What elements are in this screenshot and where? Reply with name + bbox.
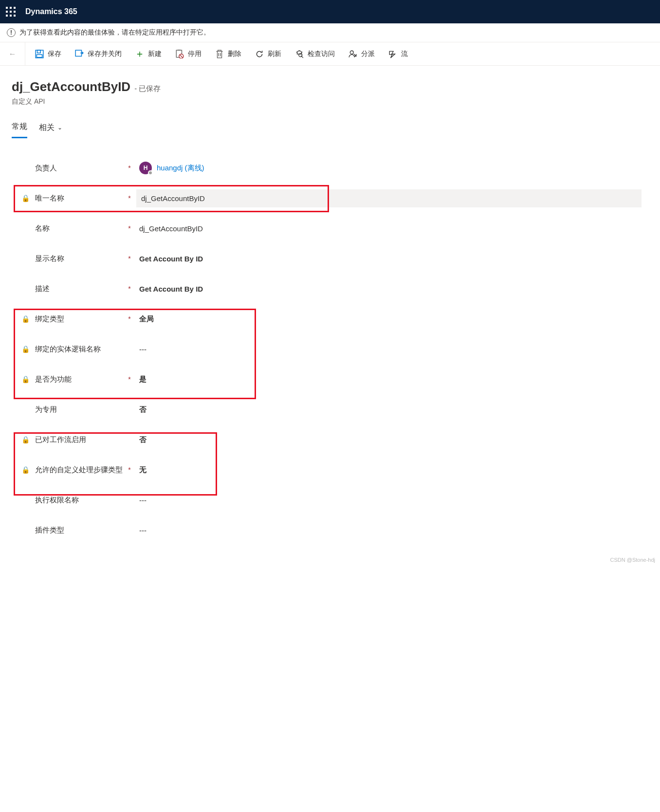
flow-button[interactable]: 流	[388, 50, 408, 58]
field-value[interactable]: ---	[136, 496, 642, 504]
tab-general[interactable]: 常规	[12, 122, 27, 138]
field-label: 描述	[35, 284, 123, 294]
new-button[interactable]: ＋ 新建	[135, 50, 162, 58]
field-owner: 负责人 * H huangdj (离线)	[12, 153, 648, 183]
save-close-icon	[75, 50, 84, 58]
field-label: 绑定的实体逻辑名称	[35, 345, 123, 354]
field-value[interactable]: dj_GetAccountByID	[136, 224, 642, 233]
lock-icon: 🔒	[18, 345, 32, 353]
info-icon: !	[7, 28, 16, 37]
field-label: 允许的自定义处理步骤类型	[35, 465, 123, 475]
presence-icon	[148, 170, 153, 175]
save-status: - 已保存	[134, 84, 161, 93]
app-name: Dynamics 365	[25, 7, 77, 16]
field-value[interactable]: ---	[136, 526, 642, 535]
field-binding-type: 🔒 绑定类型 * 全局	[12, 304, 648, 334]
field-plugin-type: 插件类型 ---	[12, 515, 648, 545]
avatar: H	[139, 162, 152, 174]
field-value: 是	[136, 375, 642, 384]
notice-text: 为了获得查看此内容的最佳体验，请在特定应用程序中打开它。	[19, 28, 210, 37]
field-label: 唯一名称	[35, 194, 123, 203]
page-header: dj_GetAccountByID - 已保存 自定义 API	[0, 66, 660, 110]
field-value[interactable]: H huangdj (离线)	[136, 162, 642, 174]
plus-icon: ＋	[135, 50, 144, 58]
form-body: 负责人 * H huangdj (离线) 🔒 唯一名称 * dj_GetAcco…	[0, 138, 660, 565]
field-value: dj_GetAccountByID	[136, 189, 642, 207]
field-description: 描述 * Get Account By ID	[12, 274, 648, 304]
field-value: 否	[136, 435, 642, 444]
field-value: ---	[136, 345, 642, 353]
field-label: 是否为功能	[35, 375, 123, 384]
field-is-function: 🔒 是否为功能 * 是	[12, 364, 648, 394]
field-label: 已对工作流启用	[35, 435, 123, 444]
field-workflow-enabled: 🔒 已对工作流启用 否	[12, 424, 648, 455]
field-value: 全局	[136, 314, 642, 324]
entity-type: 自定义 API	[12, 97, 648, 106]
field-label: 显示名称	[35, 254, 123, 263]
check-access-button[interactable]: 检查访问	[295, 50, 335, 58]
svg-point-7	[350, 51, 353, 54]
notice-bar: ! 为了获得查看此内容的最佳体验，请在特定应用程序中打开它。	[0, 23, 660, 42]
app-top-bar: Dynamics 365	[0, 0, 660, 23]
field-unique-name: 🔒 唯一名称 * dj_GetAccountByID	[12, 183, 648, 213]
lock-icon: 🔒	[18, 315, 32, 323]
field-value: 无	[136, 465, 642, 475]
field-label: 为专用	[35, 405, 123, 414]
lock-icon: 🔒	[18, 375, 32, 383]
field-label: 执行权限名称	[35, 496, 123, 505]
tab-list: 常规 相关 ⌄	[0, 110, 660, 138]
save-icon	[35, 50, 44, 58]
field-execute-privilege: 执行权限名称 ---	[12, 485, 648, 515]
field-is-private: 为专用 否	[12, 394, 648, 424]
save-button[interactable]: 保存	[35, 50, 61, 58]
save-close-button[interactable]: 保存并关闭	[75, 50, 122, 58]
deactivate-icon	[175, 50, 184, 58]
check-access-icon	[295, 50, 304, 58]
field-value[interactable]: 否	[136, 405, 642, 414]
deactivate-button[interactable]: 停用	[175, 50, 202, 58]
assign-button[interactable]: 分派	[348, 50, 375, 58]
field-name: 名称 * dj_GetAccountByID	[12, 213, 648, 243]
field-value[interactable]: Get Account By ID	[136, 255, 642, 263]
flow-icon	[388, 50, 397, 58]
lock-icon: 🔒	[18, 194, 32, 202]
owner-link[interactable]: huangdj (离线)	[157, 164, 204, 173]
command-bar: ← 保存 保存并关闭 ＋ 新建 停用 删除	[0, 42, 660, 66]
tab-related[interactable]: 相关 ⌄	[39, 122, 62, 138]
svg-rect-2	[37, 55, 42, 57]
delete-icon	[215, 50, 224, 58]
watermark: CSDN @Stone-hdj	[610, 557, 655, 563]
field-label: 负责人	[35, 164, 123, 173]
assign-icon	[348, 50, 357, 58]
chevron-down-icon: ⌄	[57, 124, 62, 131]
field-bound-entity: 🔒 绑定的实体逻辑名称 ---	[12, 334, 648, 364]
page-title: dj_GetAccountByID	[12, 79, 130, 94]
field-label: 插件类型	[35, 526, 123, 535]
svg-rect-1	[37, 50, 41, 53]
refresh-icon	[255, 50, 264, 58]
app-launcher-icon[interactable]	[6, 7, 16, 17]
back-button[interactable]: ←	[0, 42, 25, 65]
field-allowed-steps: 🔒 允许的自定义处理步骤类型 * 无	[12, 455, 648, 485]
lock-icon: 🔒	[18, 436, 32, 443]
field-value[interactable]: Get Account By ID	[136, 285, 642, 293]
delete-button[interactable]: 删除	[215, 50, 241, 58]
lock-icon: 🔒	[18, 466, 32, 474]
field-label: 绑定类型	[35, 314, 123, 324]
field-label: 名称	[35, 224, 123, 233]
refresh-button[interactable]: 刷新	[255, 50, 281, 58]
field-display-name: 显示名称 * Get Account By ID	[12, 243, 648, 274]
